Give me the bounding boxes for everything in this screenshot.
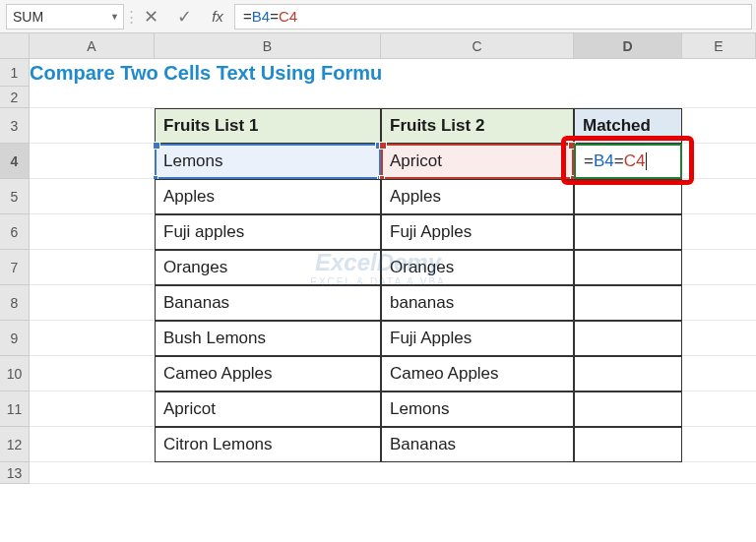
cell-d11[interactable] (574, 391, 682, 427)
cell-a4[interactable] (30, 144, 155, 179)
cell-e11[interactable] (682, 391, 756, 427)
row-header-9[interactable]: 9 (0, 321, 30, 356)
cell-text: Lemons (163, 151, 222, 171)
cell-e1[interactable] (682, 59, 756, 87)
cell-c4[interactable]: Apricot (381, 144, 574, 179)
cell-e4[interactable] (682, 144, 756, 179)
enter-button[interactable]: ✓ (167, 3, 201, 30)
check-icon: ✓ (177, 6, 192, 28)
cell-b4[interactable]: Lemons (155, 144, 381, 179)
cell-d8[interactable] (574, 285, 682, 321)
header-fruits-list-1[interactable]: Fruits List 1 (155, 108, 381, 144)
row-header-2[interactable]: 2 (0, 87, 30, 108)
row-header-3[interactable]: 3 (0, 108, 30, 144)
cell-d5[interactable] (574, 179, 682, 214)
cell-c10[interactable]: Cameo Apples (381, 356, 574, 391)
col-header-e[interactable]: E (682, 33, 756, 59)
col-header-d[interactable]: D (574, 33, 682, 59)
cell-b12[interactable]: Citron Lemons (155, 427, 381, 462)
col-header-a[interactable]: A (30, 33, 155, 59)
cell-e8[interactable] (682, 285, 756, 321)
header-matched[interactable]: Matched (574, 108, 682, 144)
cell-d4-editing[interactable]: =B4=C4 (574, 144, 682, 179)
row-header-8[interactable]: 8 (0, 285, 30, 321)
cell-a3[interactable] (30, 108, 155, 144)
insert-function-button[interactable]: fx (201, 3, 234, 30)
cell-c11[interactable]: Lemons (381, 391, 574, 427)
row-header-12[interactable]: 12 (0, 427, 30, 462)
cell-a2[interactable] (30, 87, 155, 108)
cell-e6[interactable] (682, 214, 756, 250)
cell-text: Apricot (390, 151, 442, 171)
cell-c6[interactable]: Fuji Apples (381, 214, 574, 250)
cell-e5[interactable] (682, 179, 756, 214)
select-all-corner[interactable] (0, 33, 30, 59)
cell-c8[interactable]: bananas (381, 285, 574, 321)
formula-bar: SUM ▼ ⋮ ✕ ✓ fx =B4=C4 (0, 0, 756, 33)
cell-b2[interactable] (155, 87, 381, 108)
cell-a6[interactable] (30, 214, 155, 250)
cell-b1[interactable]: Compare Two Cells Text Using Formula (Ca… (155, 59, 381, 87)
cell-b9[interactable]: Bush Lemons (155, 321, 381, 356)
cancel-icon: ✕ (144, 6, 158, 28)
cell-d13[interactable] (574, 462, 682, 484)
cell-d10[interactable] (574, 356, 682, 391)
cell-a11[interactable] (30, 391, 155, 427)
cell-a10[interactable] (30, 356, 155, 391)
header-fruits-list-2[interactable]: Fruits List 2 (381, 108, 574, 144)
cell-a13[interactable] (30, 462, 155, 484)
cell-a8[interactable] (30, 285, 155, 321)
cell-b8[interactable]: Bananas (155, 285, 381, 321)
row-header-11[interactable]: 11 (0, 391, 30, 427)
cell-b10[interactable]: Cameo Apples (155, 356, 381, 391)
cell-e13[interactable] (682, 462, 756, 484)
row-header-6[interactable]: 6 (0, 214, 30, 250)
formula-bar-input[interactable]: =B4=C4 (234, 4, 752, 30)
cell-c12[interactable]: Bananas (381, 427, 574, 462)
cell-d9[interactable] (574, 321, 682, 356)
cell-e7[interactable] (682, 250, 756, 285)
row-header-1[interactable]: 1 (0, 59, 30, 87)
cell-a9[interactable] (30, 321, 155, 356)
cell-c2[interactable] (381, 87, 574, 108)
cell-b6[interactable]: Fuji apples (155, 214, 381, 250)
spreadsheet-grid[interactable]: A B C D E 1 Compare Two Cells Text Using… (0, 33, 756, 484)
cell-e2[interactable] (682, 87, 756, 108)
cell-c1[interactable] (381, 59, 574, 87)
name-box[interactable]: SUM ▼ (6, 4, 124, 30)
cell-b13[interactable] (155, 462, 381, 484)
row-header-10[interactable]: 10 (0, 356, 30, 391)
formula-ref-c: C4 (279, 8, 297, 25)
cell-e12[interactable] (682, 427, 756, 462)
name-box-value: SUM (13, 9, 43, 25)
cell-a7[interactable] (30, 250, 155, 285)
cancel-button[interactable]: ✕ (134, 3, 167, 30)
cell-d12[interactable] (574, 427, 682, 462)
cell-c9[interactable]: Fuji Apples (381, 321, 574, 356)
cell-e3[interactable] (682, 108, 756, 144)
cell-d1[interactable] (574, 59, 682, 87)
cell-c5[interactable]: Apples (381, 179, 574, 214)
cell-d6[interactable] (574, 214, 682, 250)
cell-e9[interactable] (682, 321, 756, 356)
cell-b5[interactable]: Apples (155, 179, 381, 214)
row-header-4[interactable]: 4 (0, 144, 30, 179)
cell-c7[interactable]: Oranges (381, 250, 574, 285)
row-header-5[interactable]: 5 (0, 179, 30, 214)
formula-ref-b: B4 (252, 8, 270, 25)
cell-b7[interactable]: Oranges (155, 250, 381, 285)
col-header-c[interactable]: C (381, 33, 574, 59)
row-header-7[interactable]: 7 (0, 250, 30, 285)
cell-d7[interactable] (574, 250, 682, 285)
cell-b11[interactable]: Apricot (155, 391, 381, 427)
cell-c13[interactable] (381, 462, 574, 484)
cell-e10[interactable] (682, 356, 756, 391)
dropdown-icon[interactable]: ▼ (110, 12, 119, 22)
cell-a12[interactable] (30, 427, 155, 462)
col-header-b[interactable]: B (155, 33, 381, 59)
cell-d2[interactable] (574, 87, 682, 108)
fx-icon: fx (212, 8, 223, 25)
cell-a5[interactable] (30, 179, 155, 214)
row-header-13[interactable]: 13 (0, 462, 30, 484)
